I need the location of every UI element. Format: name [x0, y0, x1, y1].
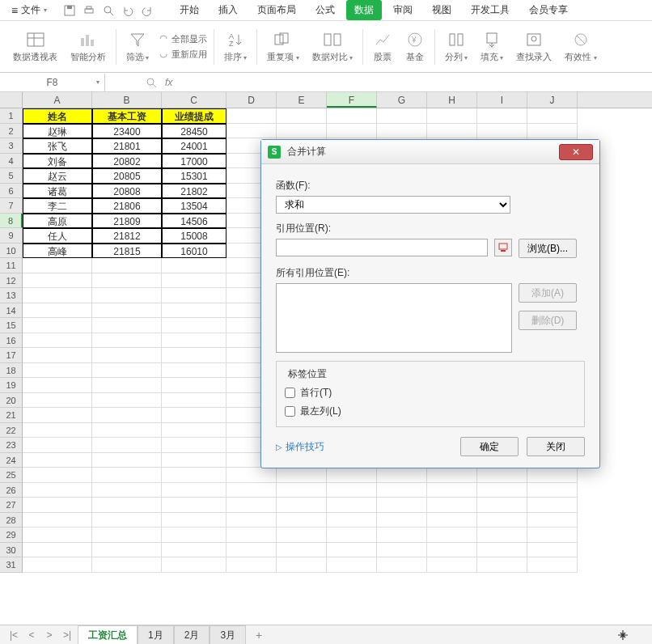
cell[interactable] — [162, 363, 227, 379]
sheet-nav-next[interactable]: > — [42, 629, 57, 641]
dialog-titlebar[interactable]: S 合并计算 ✕ — [261, 140, 599, 164]
cell[interactable] — [23, 258, 92, 273]
cell[interactable] — [277, 543, 327, 558]
cell[interactable]: 高原 — [23, 214, 92, 229]
cell[interactable] — [327, 557, 377, 573]
row-header[interactable]: 5 — [0, 168, 23, 184]
reference-input[interactable] — [276, 239, 488, 256]
col-header-B[interactable]: B — [92, 92, 162, 108]
cell[interactable]: 21801 — [92, 138, 162, 154]
cell[interactable] — [477, 108, 527, 124]
col-header-C[interactable]: C — [162, 92, 227, 108]
cell[interactable] — [527, 527, 578, 543]
row-header[interactable]: 31 — [0, 557, 23, 573]
cell[interactable] — [277, 513, 327, 528]
col-header-D[interactable]: D — [227, 92, 277, 108]
sheet-nav-prev[interactable]: < — [24, 629, 39, 641]
cell[interactable]: 20808 — [92, 184, 162, 199]
cell[interactable] — [92, 288, 162, 303]
cell[interactable] — [227, 557, 277, 573]
cell[interactable] — [23, 273, 92, 289]
cell[interactable]: 16010 — [162, 244, 227, 259]
cell[interactable] — [92, 438, 162, 453]
cell[interactable] — [23, 483, 92, 498]
cell[interactable]: 诸葛 — [23, 184, 92, 199]
ribbon-filter[interactable]: 筛选 — [120, 21, 155, 72]
cell[interactable] — [92, 363, 162, 379]
ribbon-compare[interactable]: 数据对比 — [306, 21, 359, 72]
cell[interactable] — [477, 513, 527, 528]
fx-icon[interactable]: fx — [165, 77, 172, 88]
cell[interactable] — [92, 273, 162, 289]
cell[interactable] — [327, 108, 377, 124]
dialog-close-button[interactable]: ✕ — [559, 144, 593, 160]
row-header[interactable]: 12 — [0, 273, 23, 289]
cell[interactable] — [527, 483, 578, 498]
cell[interactable] — [327, 527, 377, 543]
col-header-I[interactable]: I — [477, 92, 527, 108]
cell[interactable] — [427, 543, 477, 558]
cell[interactable] — [162, 527, 227, 543]
cell[interactable] — [427, 108, 477, 124]
cell[interactable] — [377, 108, 427, 124]
menu-tab-2[interactable]: 页面布局 — [249, 0, 304, 20]
cell[interactable] — [92, 513, 162, 528]
menu-tab-7[interactable]: 开发工具 — [463, 0, 518, 20]
cell[interactable] — [227, 483, 277, 498]
sheet-nav-first[interactable]: |< — [6, 629, 21, 641]
ribbon-validity[interactable]: 有效性 — [558, 21, 603, 72]
sheet-tab-0[interactable]: 工资汇总 — [78, 625, 138, 645]
cell[interactable] — [527, 557, 578, 573]
row-header[interactable]: 1 — [0, 108, 23, 124]
row-header[interactable]: 18 — [0, 363, 23, 379]
row-header[interactable]: 26 — [0, 483, 23, 498]
row-header[interactable]: 4 — [0, 154, 23, 169]
menu-tab-3[interactable]: 公式 — [307, 0, 343, 20]
cell[interactable] — [92, 468, 162, 483]
cell[interactable] — [477, 124, 527, 139]
cell[interactable] — [92, 527, 162, 543]
cell[interactable] — [427, 124, 477, 139]
cell[interactable]: 业绩提成 — [162, 108, 227, 124]
cell[interactable] — [92, 408, 162, 423]
row-header[interactable]: 21 — [0, 408, 23, 423]
cell[interactable] — [427, 498, 477, 513]
browse-button[interactable]: 浏览(B)... — [519, 239, 577, 258]
function-select[interactable]: 求和 — [276, 196, 510, 214]
cell[interactable] — [277, 498, 327, 513]
cell[interactable]: 17000 — [162, 154, 227, 169]
cell[interactable]: 高峰 — [23, 244, 92, 259]
cell[interactable] — [327, 513, 377, 528]
menu-tab-4[interactable]: 数据 — [346, 0, 382, 20]
left-col-checkbox[interactable] — [285, 406, 295, 417]
cell[interactable] — [277, 557, 327, 573]
cell[interactable] — [427, 557, 477, 573]
cell[interactable]: 15008 — [162, 228, 227, 244]
cell[interactable] — [162, 543, 227, 558]
cell[interactable] — [377, 124, 427, 139]
sheet-tab-2[interactable]: 2月 — [174, 625, 210, 645]
col-header-F[interactable]: F — [327, 92, 377, 108]
cell[interactable] — [23, 303, 92, 319]
cell[interactable]: 基本工资 — [92, 108, 162, 124]
row-header[interactable]: 10 — [0, 244, 23, 259]
tips-link[interactable]: 操作技巧 — [276, 440, 324, 454]
cell[interactable] — [162, 288, 227, 303]
cell[interactable] — [92, 423, 162, 439]
cell[interactable] — [92, 258, 162, 273]
cell[interactable] — [23, 438, 92, 453]
row-header[interactable]: 30 — [0, 543, 23, 558]
row-header[interactable]: 15 — [0, 318, 23, 333]
cell[interactable] — [23, 288, 92, 303]
cell[interactable] — [23, 318, 92, 333]
delete-button[interactable]: 删除(D) — [519, 311, 577, 330]
all-references-list[interactable] — [276, 283, 512, 353]
cell[interactable] — [427, 513, 477, 528]
col-header-A[interactable]: A — [23, 92, 92, 108]
cell[interactable] — [427, 468, 477, 483]
row-header[interactable]: 3 — [0, 138, 23, 154]
print-icon[interactable] — [83, 4, 95, 17]
cell[interactable] — [377, 468, 427, 483]
collapse-ref-icon[interactable] — [494, 239, 512, 256]
cell[interactable] — [162, 438, 227, 453]
